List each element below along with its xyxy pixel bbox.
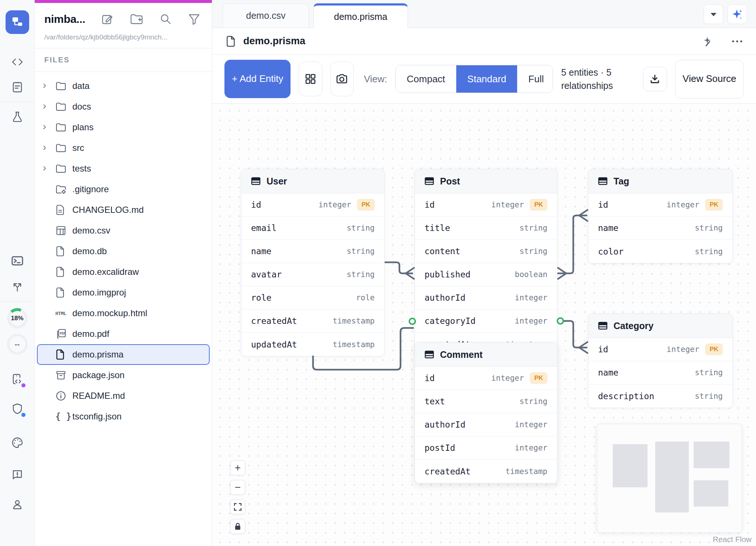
- filter-icon[interactable]: [188, 13, 200, 26]
- search-icon[interactable]: [159, 13, 172, 26]
- new-folder-icon[interactable]: [130, 13, 144, 26]
- file-icon: [55, 266, 72, 277]
- view-mode-standard[interactable]: Standard: [456, 65, 518, 93]
- file-row-tests[interactable]: › tests: [37, 158, 210, 179]
- file-row-readme[interactable]: README.md: [37, 386, 210, 406]
- add-entity-button[interactable]: + Add Entity: [224, 60, 291, 98]
- minimap[interactable]: [597, 424, 742, 533]
- file-name: README.md: [72, 391, 125, 401]
- ai-assistant-button[interactable]: [728, 4, 747, 24]
- tab-bar: demo.csv demo.prisma: [212, 0, 756, 28]
- table-icon: [55, 225, 72, 236]
- folder-icon: [55, 163, 72, 174]
- file-icon: [55, 349, 72, 360]
- file-row-demo-excalidraw[interactable]: demo.excalidraw: [37, 262, 210, 282]
- field-row: idintegerPK: [415, 367, 557, 390]
- clipboard-icon[interactable]: [6, 76, 28, 98]
- terminal-icon[interactable]: [6, 250, 28, 272]
- html-icon: HTML: [55, 311, 72, 316]
- file-row-tsconfig[interactable]: { } tsconfig.json: [37, 406, 210, 427]
- pk-badge: PK: [530, 199, 547, 211]
- tab-demo-csv[interactable]: demo.csv: [223, 3, 309, 28]
- field-row: publishedboolean: [415, 263, 557, 286]
- field-row: idintegerPK: [241, 193, 384, 217]
- folder-icon: [55, 122, 72, 132]
- file-row-changelog[interactable]: CHANGELOG.md: [37, 200, 210, 220]
- branch-icon[interactable]: [6, 276, 28, 298]
- field-row: createdAttimestamp: [241, 310, 384, 333]
- rail-divider: [0, 102, 35, 102]
- file-row-docs[interactable]: › docs: [37, 96, 210, 117]
- crow-foot-post-right: [557, 267, 566, 279]
- table-icon: [425, 177, 434, 185]
- secondary-value: --: [15, 340, 20, 349]
- code-panel-icon[interactable]: [6, 51, 28, 73]
- snapshot-button[interactable]: [330, 62, 354, 96]
- file-row-demo-csv[interactable]: demo.csv: [37, 220, 210, 241]
- folder-gear-icon: [55, 184, 72, 194]
- view-mode-full[interactable]: Full: [517, 65, 553, 93]
- file-row-demo-imgproj[interactable]: demo.imgproj: [37, 282, 210, 303]
- icon-rail: 18% --: [0, 0, 35, 546]
- file-tree: › data › docs › plans › src ›: [35, 72, 212, 427]
- file-row-demo-prisma[interactable]: demo.prisma: [37, 344, 210, 365]
- view-source-button[interactable]: View Source: [675, 60, 744, 99]
- zoom-in-button[interactable]: +: [230, 460, 245, 475]
- zoom-out-button[interactable]: −: [230, 480, 245, 495]
- palette-icon[interactable]: [6, 432, 28, 454]
- field-row: titlestring: [415, 217, 557, 240]
- file-row-plans[interactable]: › plans: [37, 117, 210, 138]
- entity-category[interactable]: Category idintegerPK namestring descript…: [588, 314, 733, 408]
- main-area: demo.csv demo.prisma demo: [212, 0, 756, 546]
- progress-arc: [7, 308, 28, 329]
- file-name: demo.db: [72, 246, 107, 256]
- table-icon: [251, 177, 261, 185]
- entity-post[interactable]: Post idintegerPK titlestring contentstri…: [415, 169, 557, 356]
- file-row-gitignore[interactable]: .gitignore: [37, 179, 210, 200]
- app-logo[interactable]: [6, 10, 29, 34]
- project-path: /var/folders/qz/kjb0dbb56jlgbcy9mnch...: [44, 33, 202, 41]
- diagram-canvas[interactable]: User idintegerPK emailstring namestring …: [212, 104, 756, 546]
- user-icon[interactable]: [6, 494, 28, 516]
- feedback-icon[interactable]: [6, 463, 28, 485]
- device-code-icon[interactable]: [6, 368, 28, 390]
- pk-badge: PK: [705, 199, 723, 211]
- edit-icon[interactable]: [101, 13, 114, 26]
- folder-icon: [55, 143, 72, 153]
- flask-icon[interactable]: [6, 106, 28, 128]
- file-row-demo-pdf[interactable]: PDF demo.pdf: [37, 324, 210, 344]
- file-row-demo-db[interactable]: demo.db: [37, 241, 210, 262]
- entity-name: User: [267, 176, 287, 187]
- tab-list-button[interactable]: [704, 4, 723, 24]
- fit-view-icon: [234, 503, 242, 511]
- tab-demo-prisma[interactable]: demo.prisma: [313, 3, 408, 28]
- shield-icon[interactable]: [6, 398, 28, 420]
- file-row-package-json[interactable]: package.json: [37, 365, 210, 386]
- files-section-label: FILES: [44, 56, 70, 64]
- more-options-icon[interactable]: [732, 40, 743, 43]
- file-row-data[interactable]: › data: [37, 76, 210, 96]
- secondary-ring[interactable]: --: [7, 334, 28, 355]
- entity-comment[interactable]: Comment idintegerPK textstring authorIdi…: [415, 342, 557, 483]
- chevron-right-icon: ›: [43, 142, 55, 154]
- chevron-down-icon: [709, 12, 718, 17]
- view-label: View:: [364, 73, 387, 85]
- ai-edit-icon[interactable]: [701, 35, 713, 47]
- grid-icon: [305, 73, 316, 84]
- field-row: authorIdinteger: [415, 286, 557, 310]
- fit-view-button[interactable]: [230, 500, 245, 514]
- crow-foot-tag: [579, 210, 588, 221]
- handle-categoryid-right: [557, 318, 563, 324]
- document-icon: [55, 204, 72, 215]
- rail-divider: [0, 301, 35, 302]
- auto-layout-button[interactable]: [299, 62, 322, 96]
- view-mode-compact[interactable]: Compact: [396, 65, 456, 93]
- file-row-src[interactable]: › src: [37, 138, 210, 158]
- progress-ring[interactable]: 18%: [7, 308, 28, 329]
- lock-button[interactable]: [230, 519, 245, 534]
- download-button[interactable]: [643, 67, 667, 91]
- file-row-demo-mockup[interactable]: HTML demo.mockup.html: [37, 303, 210, 324]
- entity-tag[interactable]: Tag idintegerPK namestring colorstring: [588, 169, 733, 263]
- entity-user[interactable]: User idintegerPK emailstring namestring …: [241, 169, 385, 356]
- entity-name: Tag: [614, 176, 629, 187]
